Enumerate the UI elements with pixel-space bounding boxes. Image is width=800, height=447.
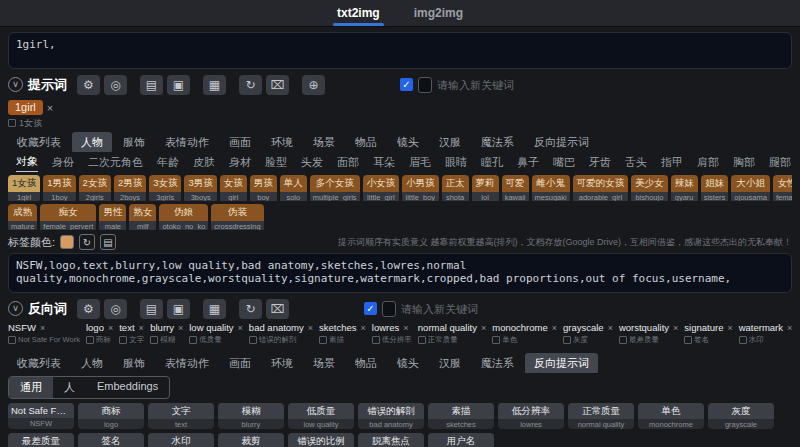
negative-tag-item[interactable]: blurry × 模糊	[150, 322, 183, 345]
toolbar-icon-button[interactable]: ▤	[140, 299, 163, 319]
remove-tag-icon[interactable]: ×	[108, 323, 113, 333]
category-tab[interactable]: 反向提示词	[525, 132, 598, 152]
remove-tag-icon[interactable]: ×	[727, 323, 732, 333]
tag-button[interactable]: 雌小鬼mesugaki	[532, 175, 570, 201]
subcategory-link[interactable]: 对象	[16, 154, 38, 172]
tag-button[interactable]: 3男孩3boys	[184, 175, 216, 201]
category-tab[interactable]: 收藏列表	[8, 353, 70, 373]
remove-tag-icon[interactable]: ×	[47, 102, 53, 114]
toolbar-icon-button[interactable]: ⌧	[266, 299, 289, 319]
subcategory-link[interactable]: 鼻子	[517, 155, 539, 172]
toolbar-icon-button[interactable]: ⚙	[77, 299, 100, 319]
negative-tag-button[interactable]: 水印watermark	[148, 433, 214, 447]
toolbar-icon-button[interactable]: ▣	[167, 75, 190, 95]
toolbar-icon-button[interactable]: ◎	[104, 75, 127, 95]
category-tab[interactable]: 服饰	[114, 132, 154, 152]
negative-tag-button[interactable]: 最差质量worstquality	[8, 433, 74, 447]
positive-prompt-textarea[interactable]: 1girl,	[8, 32, 792, 69]
tag-button[interactable]: 成熟mature	[8, 204, 37, 230]
negative-tag-item[interactable]: worstquality × 最差质量	[619, 322, 678, 345]
negative-tag-button[interactable]: 错误的比例bad proportions	[288, 433, 354, 447]
tag-button[interactable]: 正太shota	[442, 175, 469, 201]
negative-tag-button[interactable]: 单色monochrome	[638, 403, 704, 429]
tag-button[interactable]: 3女孩3girls	[149, 175, 181, 201]
category-tab[interactable]: 镜头	[388, 132, 428, 152]
negative-tag-button[interactable]: 灰度grayscale	[708, 403, 774, 429]
mode-tab[interactable]: txt2img	[327, 0, 390, 26]
category-tab[interactable]: 画面	[220, 353, 260, 373]
remove-tag-icon[interactable]: ×	[787, 323, 792, 333]
category-tab[interactable]: 环境	[262, 132, 302, 152]
category-tab[interactable]: 人物	[72, 132, 112, 152]
tag-button[interactable]: 女孩girl	[220, 175, 247, 201]
tag-button[interactable]: 1女孩1girl	[8, 175, 40, 201]
toolbar-icon-button[interactable]: ↻	[239, 299, 262, 319]
category-tab[interactable]: 汉服	[430, 353, 470, 373]
negative-tag-item[interactable]: monochrome × 单色	[492, 322, 557, 345]
negative-tag-item[interactable]: text × 文字	[119, 322, 144, 345]
toolbar-icon-button[interactable]: ⌧	[266, 75, 289, 95]
subcategory-link[interactable]: 身材	[229, 155, 251, 172]
tag-button[interactable]: 2男孩2boys	[114, 175, 146, 201]
negative-tag-item[interactable]: NSFW × Not Safe For Work	[8, 322, 80, 344]
toolbar-icon-button[interactable]: ⚙	[77, 75, 100, 95]
remove-tag-icon[interactable]: ×	[178, 323, 183, 333]
category-tab[interactable]: 魔法系	[472, 353, 523, 373]
negative-tag-button[interactable]: 商标logo	[78, 403, 144, 429]
category-tab[interactable]: 反向提示词	[525, 353, 598, 373]
remove-tag-icon[interactable]: ×	[403, 323, 408, 333]
subcategory-link[interactable]: 肩部	[697, 155, 719, 172]
subcategory-link[interactable]: 皮肤	[193, 155, 215, 172]
remove-tag-icon[interactable]: ×	[361, 323, 366, 333]
subcategory-link[interactable]: 舌头	[625, 155, 647, 172]
category-tab[interactable]: 魔法系	[472, 132, 523, 152]
category-tab[interactable]: 表情动作	[156, 353, 218, 373]
subcategory-link[interactable]: 胸部	[733, 155, 755, 172]
keyword-toggle[interactable]	[418, 77, 432, 93]
subcategory-link[interactable]: 牙齿	[589, 155, 611, 172]
category-tab[interactable]: 场景	[304, 353, 344, 373]
sub-tab[interactable]: 通用	[9, 377, 53, 398]
tag-button[interactable]: 伪娘otoko_no_ko	[159, 204, 208, 230]
category-tab[interactable]: 人物	[72, 353, 112, 373]
negative-tag-button[interactable]: 脱离焦点out of focus	[358, 433, 424, 447]
toolbar-icon-button[interactable]: ▣	[167, 299, 190, 319]
subcategory-link[interactable]: 嘴巴	[553, 155, 575, 172]
tag-button[interactable]: 伪装crossdressing	[211, 204, 263, 230]
negative-tag-button[interactable]: 模糊blurry	[218, 403, 284, 429]
toolbar-icon-button[interactable]: ↻	[239, 75, 262, 95]
keyword-toggle[interactable]	[382, 301, 396, 317]
selected-tag-chip[interactable]: 1girl	[8, 100, 43, 115]
tag-button[interactable]: 多个女孩multiple_girls	[310, 175, 360, 201]
negative-tag-button[interactable]: 用户名username	[428, 433, 494, 447]
remove-tag-icon[interactable]: ×	[552, 323, 557, 333]
negative-tag-button[interactable]: 素描sketches	[428, 403, 494, 429]
negative-tag-item[interactable]: logo × 商标	[86, 322, 113, 345]
category-tab[interactable]: 画面	[220, 132, 260, 152]
tag-button[interactable]: 男性male	[99, 204, 126, 230]
remove-tag-icon[interactable]: ×	[308, 323, 313, 333]
toolbar-icon-button[interactable]: ▤	[140, 75, 163, 95]
category-tab[interactable]: 汉服	[430, 132, 470, 152]
category-tab[interactable]: 表情动作	[156, 132, 218, 152]
category-tab[interactable]: 收藏列表	[8, 132, 70, 152]
category-tab[interactable]: 环境	[262, 353, 302, 373]
category-tab[interactable]: 服饰	[114, 353, 154, 373]
tag-button[interactable]: 姐妹sisters	[701, 175, 729, 201]
tag-button[interactable]: 男孩boy	[250, 175, 277, 201]
subcategory-link[interactable]: 眼睛	[445, 155, 467, 172]
subcategory-link[interactable]: 腿部	[769, 155, 791, 172]
remove-tag-icon[interactable]: ×	[481, 323, 486, 333]
translate-checkbox[interactable]: ✓	[400, 78, 413, 91]
remove-tag-icon[interactable]: ×	[608, 323, 613, 333]
negative-tag-button[interactable]: 裁剪cropped	[218, 433, 284, 447]
tag-button[interactable]: 1男孩1boy	[43, 175, 75, 201]
tag-button[interactable]: 美少女bishoujo	[631, 175, 668, 201]
subcategory-link[interactable]: 眉毛	[409, 155, 431, 172]
category-tab[interactable]: 物品	[346, 353, 386, 373]
remove-tag-icon[interactable]: ×	[673, 323, 678, 333]
collapse-positive-icon[interactable]: ∨	[8, 77, 23, 92]
subcategory-link[interactable]: 指甲	[661, 155, 683, 172]
tag-button[interactable]: 小女孩little_girl	[363, 175, 400, 201]
translate-checkbox[interactable]: ✓	[364, 302, 377, 315]
